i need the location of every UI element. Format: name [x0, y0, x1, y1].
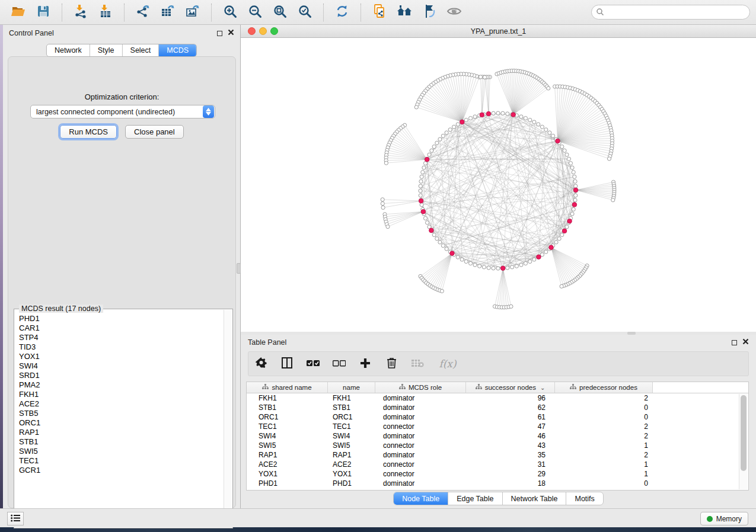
table-row[interactable]: SWI4SWI4dominator462	[247, 431, 738, 441]
network-node[interactable]	[428, 153, 431, 156]
network-node[interactable]	[448, 128, 452, 132]
criterion-dropdown[interactable]: largest connected component (undirected)	[30, 105, 215, 118]
table-cell[interactable]: SWI4	[328, 432, 375, 440]
close-panel-icon[interactable]	[742, 338, 749, 347]
network-node[interactable]	[570, 166, 574, 169]
network-node[interactable]	[519, 115, 523, 118]
table-cell[interactable]: 0	[555, 479, 653, 488]
mcds-result-item[interactable]: STB5	[19, 409, 219, 418]
tab-style[interactable]: Style	[90, 44, 123, 56]
table-cell[interactable]: SWI5	[247, 441, 328, 450]
network-node[interactable]	[509, 305, 513, 308]
network-node[interactable]	[432, 233, 436, 236]
network-node[interactable]	[570, 212, 574, 216]
table-cell[interactable]: connector	[375, 441, 466, 450]
table-cell[interactable]: 18	[466, 479, 555, 488]
network-node[interactable]	[567, 157, 570, 161]
network-node[interactable]	[554, 241, 558, 244]
network-node[interactable]	[456, 123, 460, 126]
network-node[interactable]	[423, 216, 427, 220]
close-window-icon[interactable]	[248, 27, 256, 35]
network-node[interactable]	[569, 161, 572, 165]
network-node[interactable]	[414, 105, 418, 109]
network-node[interactable]	[464, 259, 468, 263]
column-header-MCDS-role[interactable]: MCDS role	[375, 382, 466, 393]
mcds-hub-node[interactable]	[567, 219, 572, 223]
network-node[interactable]	[574, 194, 578, 197]
tab-node-table[interactable]: Node Table	[394, 492, 448, 505]
export-network-button[interactable]	[134, 4, 152, 21]
network-node[interactable]	[547, 86, 550, 90]
network-node[interactable]	[435, 141, 439, 145]
network-node[interactable]	[532, 120, 536, 124]
mcds-hub-node[interactable]	[556, 139, 560, 143]
mcds-hub-node[interactable]	[480, 113, 484, 117]
network-node[interactable]	[479, 75, 482, 79]
network-node[interactable]	[560, 284, 563, 288]
mcds-hub-node[interactable]	[450, 251, 455, 256]
network-node[interactable]	[548, 131, 551, 134]
tab-mcds[interactable]: MCDS	[159, 44, 196, 56]
memory-button[interactable]: Memory	[700, 512, 748, 525]
table-cell[interactable]: SWI5	[328, 441, 375, 450]
delete-column-button[interactable]	[385, 357, 398, 370]
network-node[interactable]	[565, 153, 569, 156]
zoom-in-button[interactable]	[221, 4, 239, 21]
home-networks-button[interactable]	[395, 4, 413, 21]
network-node[interactable]	[563, 149, 566, 152]
network-node[interactable]	[511, 265, 514, 269]
network-node[interactable]	[573, 175, 576, 178]
mcds-result-item[interactable]: ORC1	[19, 418, 219, 428]
network-view[interactable]	[241, 38, 756, 332]
import-table-button[interactable]	[97, 4, 114, 21]
table-cell[interactable]: 2	[555, 422, 653, 431]
mcds-result-item[interactable]: CAR1	[19, 323, 219, 333]
network-node[interactable]	[468, 261, 472, 265]
export-table-button[interactable]	[159, 4, 177, 21]
network-node[interactable]	[381, 206, 385, 209]
network-node[interactable]	[532, 258, 536, 261]
network-node[interactable]	[540, 125, 544, 129]
mcds-hub-node[interactable]	[572, 203, 577, 207]
table-scrollbar[interactable]	[739, 394, 748, 489]
network-node[interactable]	[565, 225, 569, 229]
table-cell[interactable]: RAP1	[247, 451, 328, 459]
minimize-window-icon[interactable]	[259, 27, 267, 35]
network-node[interactable]	[425, 221, 429, 225]
network-node[interactable]	[544, 250, 548, 254]
table-settings-button[interactable]	[254, 357, 267, 370]
create-column-button[interactable]	[359, 357, 372, 370]
share-documents-button[interactable]	[371, 4, 388, 21]
network-node[interactable]	[420, 175, 423, 178]
network-node[interactable]	[381, 202, 384, 206]
network-node[interactable]	[573, 180, 577, 183]
network-node[interactable]	[419, 189, 422, 193]
table-cell[interactable]: dominator	[375, 394, 466, 402]
table-cell[interactable]: ORC1	[247, 413, 328, 421]
zoom-selected-button[interactable]	[296, 4, 314, 21]
table-cell[interactable]: dominator	[375, 479, 466, 488]
table-cell[interactable]: 35	[466, 451, 555, 459]
mcds-result-item[interactable]: PHD1	[19, 314, 219, 323]
table-row[interactable]: STB1STB1dominator620	[247, 403, 738, 412]
network-window-titlebar[interactable]: YPA_prune.txt_1	[241, 25, 756, 38]
mcds-result-item[interactable]: SWI4	[19, 361, 219, 371]
mcds-result-list[interactable]: PHD1CAR1STP4TID3YOX1SWI4SRD1PMA2FKH1ACE2…	[15, 313, 224, 527]
mcds-result-item[interactable]: RAP1	[19, 428, 219, 437]
mcds-hub-node[interactable]	[500, 266, 505, 271]
table-row[interactable]: YOX1YOX1connector291	[247, 469, 738, 479]
import-network-button[interactable]	[72, 4, 90, 21]
mcds-hub-node[interactable]	[511, 113, 516, 117]
network-node[interactable]	[445, 247, 448, 251]
mcds-hub-node[interactable]	[537, 255, 541, 259]
table-cell[interactable]: connector	[375, 422, 466, 431]
network-node[interactable]	[557, 237, 561, 241]
network-node[interactable]	[441, 244, 445, 248]
table-cell[interactable]: dominator	[375, 432, 466, 440]
tab-motifs[interactable]: Motifs	[566, 492, 602, 505]
mcds-result-item[interactable]: TID3	[19, 342, 219, 352]
table-cell[interactable]: 1	[555, 460, 653, 469]
network-node[interactable]	[423, 161, 427, 165]
table-cell[interactable]: SWI4	[247, 432, 328, 440]
network-node[interactable]	[421, 171, 425, 174]
